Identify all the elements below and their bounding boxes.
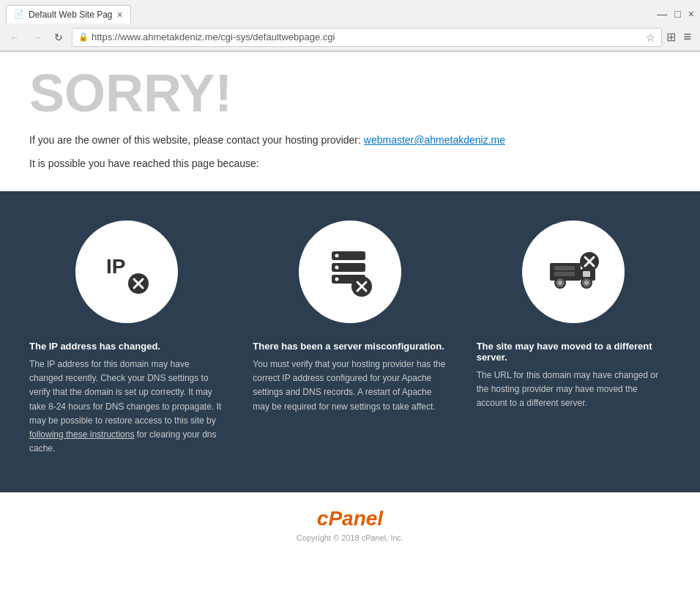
page-content: SORRY! If you are the owner of this webs… [0, 52, 700, 557]
reason-body-server: You must verify that your hosting provid… [253, 358, 447, 414]
active-tab[interactable]: 📄 Default Web Site Pag × [6, 5, 131, 23]
window-controls: — □ × [657, 8, 694, 20]
svg-rect-15 [583, 271, 590, 277]
moved-icon [544, 243, 603, 301]
restore-button[interactable]: □ [674, 8, 680, 20]
address-bar[interactable]: 🔒 https://www.ahmetakdeniz.me/cgi-sys/de… [72, 28, 662, 47]
lock-icon: 🔒 [78, 32, 89, 42]
possible-text: It is possible you have reached this pag… [29, 158, 671, 169]
ip-icon: IP [97, 243, 156, 301]
reason-title-moved: The site may have moved to a different s… [477, 341, 671, 363]
tab-close-button[interactable]: × [117, 9, 123, 21]
server-icon [321, 243, 379, 301]
page-icon: 📄 [14, 10, 24, 19]
svg-rect-20 [554, 266, 575, 270]
owner-email-link[interactable]: webmaster@ahmetakdeniz.me [364, 134, 505, 146]
title-bar: 📄 Default Web Site Pag × — □ × [0, 0, 700, 23]
svg-point-9 [335, 278, 338, 281]
bookmark-icon[interactable]: ☆ [646, 32, 655, 43]
svg-point-8 [335, 266, 338, 270]
sorry-title: SORRY! [29, 67, 671, 119]
cpanel-logo: cPanel [15, 507, 685, 530]
reason-title-ip: The IP address has changed. [29, 341, 223, 352]
footer: cPanel Copyright © 2018 cPanel, Inc. [0, 492, 700, 557]
browser-chrome: 📄 Default Web Site Pag × — □ × ← → ↻ 🔒 h… [0, 0, 700, 52]
reload-button[interactable]: ↻ [50, 29, 67, 46]
sorry-section: SORRY! If you are the owner of this webs… [0, 52, 700, 191]
nav-bar: ← → ↻ 🔒 https://www.ahmetakdeniz.me/cgi-… [0, 23, 700, 51]
svg-rect-21 [554, 272, 575, 276]
moved-icon-circle [522, 221, 625, 323]
close-button[interactable]: × [688, 8, 694, 20]
server-icon-circle [299, 221, 401, 323]
extensions-icon[interactable]: ⊞ [666, 30, 676, 44]
reason-card-moved: The site may have moved to a different s… [462, 221, 671, 456]
back-button[interactable]: ← [6, 29, 23, 46]
reason-card-server: There has been a server misconfiguration… [238, 221, 461, 456]
tab-bar: 📄 Default Web Site Pag × [6, 5, 131, 23]
following-instructions-link[interactable]: following these instructions [29, 429, 134, 440]
forward-button[interactable]: → [28, 29, 45, 46]
svg-text:IP: IP [106, 255, 125, 278]
reason-card-ip: IP The IP address has changed. The IP ad… [29, 221, 238, 456]
cpanel-logo-text: cPanel [317, 507, 383, 530]
svg-point-19 [584, 281, 589, 285]
svg-point-7 [335, 254, 338, 258]
menu-button[interactable]: ≡ [680, 29, 694, 45]
reason-body-moved: The URL for this domain may have changed… [477, 369, 671, 411]
tab-title: Default Web Site Pag [29, 10, 113, 20]
owner-text-pre: If you are the owner of this website, pl… [29, 134, 361, 146]
reason-body-ip: The IP address for this domain may have … [29, 358, 223, 456]
minimize-button[interactable]: — [657, 8, 667, 20]
address-bar-icons: ☆ [646, 32, 655, 43]
reason-title-server: There has been a server misconfiguration… [253, 341, 447, 352]
reason-body-ip-pre: The IP address for this domain may have … [29, 359, 221, 426]
dark-section: IP The IP address has changed. The IP ad… [0, 191, 700, 492]
copyright-text: Copyright © 2018 cPanel, Inc. [15, 533, 685, 542]
owner-text: If you are the owner of this website, pl… [29, 134, 671, 146]
svg-point-17 [558, 281, 562, 285]
url-text: https://www.ahmetakdeniz.me/cgi-sys/defa… [92, 32, 643, 42]
ip-icon-circle: IP [75, 221, 178, 323]
